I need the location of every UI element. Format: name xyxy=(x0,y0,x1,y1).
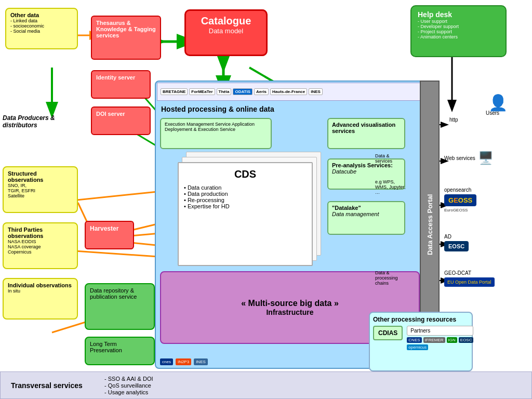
cds-item1: • Data curation xyxy=(184,184,307,191)
data-services-label: Data & services xyxy=(375,153,406,164)
users-label: Users xyxy=(486,110,499,116)
long-term-title: Long Term Preservation xyxy=(90,341,150,353)
partners-box: Partners xyxy=(407,326,473,336)
doi-server-box: DOI server xyxy=(91,107,151,135)
long-term-box: Long Term Preservation xyxy=(85,337,155,365)
execution-management-box: Execution Management Service Application… xyxy=(160,118,272,149)
web-services-section: Web services 🖥️ xyxy=(444,151,494,165)
harvester-title: Harvester xyxy=(90,225,129,232)
server-icon: 🖥️ xyxy=(478,151,494,165)
logo-hautsdefrance: Hauts-de-France xyxy=(270,88,307,95)
hosted-processing-title: Hosted processing & online data xyxy=(161,105,274,113)
helpdesk-item4: - Animation centers xyxy=(418,34,499,39)
ad-section: AD EOSC xyxy=(444,234,469,251)
identity-server-box: Identity server xyxy=(91,70,151,99)
thesaurus-title: Thesaurus & Knowledge & Tagging services xyxy=(96,20,156,38)
other-data-item2: - socioeconomic xyxy=(10,23,73,29)
logo-ines: INES xyxy=(309,88,323,95)
http-label: http xyxy=(449,117,458,123)
helpdesk-box: Help desk - User support - Developer sup… xyxy=(410,5,507,57)
geo-dcat-label: GEO-DCAT xyxy=(444,270,495,276)
other-processing-box: Other processing resources CDIAS Partner… xyxy=(369,312,473,371)
geoss-logo: GEOSS xyxy=(444,194,476,206)
data-repository-title: Data repository & publication service xyxy=(90,287,150,300)
datalake-title: "Datalake" xyxy=(332,205,401,211)
helpdesk-item1: - User support xyxy=(418,19,499,24)
third-parties-title: Third Parties observations xyxy=(8,227,73,239)
logo-bretagne: BRETAGNE xyxy=(161,88,188,95)
footer-logo-in2p3: IN2P3 xyxy=(176,358,191,365)
helpdesk-item3: - Project support xyxy=(418,29,499,34)
multi-source-title: « Multi-source big data » xyxy=(241,299,339,308)
thesaurus-box: Thesaurus & Knowledge & Tagging services xyxy=(91,16,161,60)
web-services-label: Web services xyxy=(444,155,475,161)
diagram-container: Other data - Linked data - socioeconomic… xyxy=(0,0,532,399)
individual-obs-title: Individual observations xyxy=(8,282,73,288)
datalake-box: "Datalake" Data management xyxy=(327,201,405,235)
partner-eosc2: EOSC xyxy=(459,337,474,343)
advanced-vis-box: Advanced visualisation services xyxy=(327,118,405,149)
partner-ifremer: IFREMER xyxy=(423,337,445,343)
other-data-item3: - Social media xyxy=(10,29,73,34)
structured-obs-title: Structured observations xyxy=(8,170,73,183)
execution-mgmt-title: Execution Management Service Application… xyxy=(165,122,267,132)
catalogue-title: Catalogue xyxy=(192,15,260,27)
footer-logos-bar: cnes IN2P3 INES xyxy=(160,358,208,365)
cds-item3: • Re-processing xyxy=(184,197,307,203)
other-processing-title: Other processing resources xyxy=(373,316,469,323)
other-data-title: Other data xyxy=(10,12,73,18)
identity-title: Identity server xyxy=(96,74,145,81)
structured-obs-items: SNO, IR,TGIR, ESFRISatellite xyxy=(8,183,73,198)
logo-formeater: ForMEaTer xyxy=(189,88,215,95)
footer-logo-cnes: cnes xyxy=(160,358,173,365)
transversal-item2: - QoS surveillance xyxy=(104,382,153,389)
other-data-box: Other data - Linked data - socioeconomic… xyxy=(5,8,78,49)
data-processing-label: Data & processing chains xyxy=(375,270,409,286)
eu-opendata-logo: EU Open Data Portal xyxy=(444,277,495,287)
harvester-box: Harvester xyxy=(85,221,134,249)
users-icon: 👤 xyxy=(488,94,508,112)
helpdesk-title: Help desk xyxy=(418,10,499,19)
paper-layer-1: CDS • Data curation • Data production • … xyxy=(178,162,313,266)
cds-title: CDS xyxy=(184,168,307,180)
eg-wps-label: e.g WPS, WMS, Jupyter, … xyxy=(375,179,406,195)
other-data-item1: - Linked data xyxy=(10,18,73,23)
structured-obs-box: Structured observations SNO, IR,TGIR, ES… xyxy=(3,166,78,213)
cds-item4: • Expertise for HD xyxy=(184,203,307,209)
logo-odatis: ODATIS xyxy=(233,88,252,95)
cdias-box: CDIAS xyxy=(373,326,403,340)
pre-analysis-subtitle: Datacube xyxy=(332,168,401,175)
datalake-subtitle: Data management xyxy=(332,211,401,217)
logo-theia: Théia xyxy=(217,88,232,95)
helpdesk-item2: - Developer support xyxy=(418,24,499,29)
opensearch-label: opensearch xyxy=(444,187,476,193)
catalogue-box: Catalogue Data model xyxy=(184,9,268,56)
data-repository-box: Data repository & publication service xyxy=(85,283,155,330)
logo-aeris: Aeris xyxy=(254,88,269,95)
cds-item2: • Data production xyxy=(184,191,307,197)
individual-obs-items: In situ xyxy=(8,288,73,294)
footer-logo-ines2: INES xyxy=(194,358,208,365)
transversal-item1: - SSO & AAI & DOI xyxy=(104,376,153,382)
doi-title: DOI server xyxy=(96,111,145,117)
partner-cnes: CNES xyxy=(407,337,421,343)
data-access-portal-title: Data Access Portal xyxy=(426,194,434,255)
catalogue-subtitle: Data model xyxy=(192,27,260,35)
advanced-vis-title: Advanced visualisation services xyxy=(332,122,401,134)
individual-obs-box: Individual observations In situ xyxy=(3,278,78,320)
transversal-item3: - Usage analytics xyxy=(104,389,153,395)
transversal-label: Transversal services xyxy=(11,381,94,390)
geo-dcat-section: GEO-DCAT EU Open Data Portal xyxy=(444,270,495,287)
multi-source-subtitle: Infrastructure xyxy=(266,308,313,316)
data-producers-label: Data Producers & distributors xyxy=(3,114,75,129)
ad-label: AD xyxy=(444,234,469,240)
logos-bar: BRETAGNE ForMEaTer Théia ODATIS Aeris Ha… xyxy=(157,83,422,101)
third-parties-box: Third Parties observations NASA EODISNAS… xyxy=(3,222,78,269)
partner-opernicus: opernicus xyxy=(407,344,428,350)
eurogeoss-subtitle: EuroGEOSS xyxy=(444,208,476,212)
transversal-services-bar: Transversal services - SSO & AAI & DOI -… xyxy=(0,371,532,399)
third-parties-items: NASA EODISNASA coverageCopernicus xyxy=(8,239,73,255)
partner-ign: IGN xyxy=(447,337,457,343)
eosc-logo: EOSC xyxy=(444,241,469,251)
opensearch-section: opensearch GEOSS EuroGEOSS xyxy=(444,187,476,212)
